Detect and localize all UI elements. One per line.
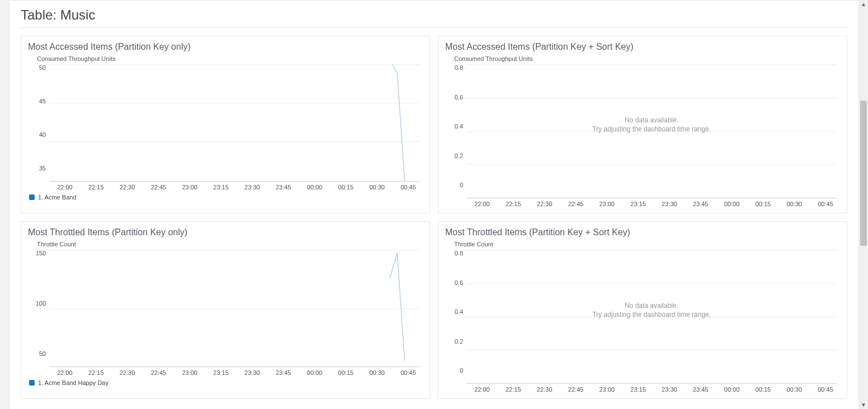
chart-ylabel: Consumed Throughput Units [454, 55, 841, 62]
chart-title: Most Throttled Items (Partition Key + So… [445, 227, 841, 237]
chart-most-throttled-pk: Most Throttled Items (Partition Key only… [21, 221, 430, 399]
legend-swatch-icon [29, 194, 35, 200]
chart-most-accessed-pk: Most Accessed Items (Partition Key only)… [21, 36, 430, 213]
vertical-scrollbar[interactable]: ▲ ▼ [859, 0, 868, 409]
chart-plot[interactable] [49, 64, 419, 182]
legend-swatch-icon [29, 380, 35, 386]
chart-legend: 1. Acme Band Happy Day [29, 379, 424, 386]
chart-most-accessed-pk-sk: Most Accessed Items (Partition Key + Sor… [438, 36, 847, 213]
no-data-message: No data available. Try adjusting the das… [466, 301, 837, 320]
chart-plot[interactable] [49, 250, 419, 367]
chart-plot[interactable]: No data available. Try adjusting the das… [466, 250, 837, 384]
x-axis-ticks: 22:0022:1522:30 22:4523:0023:15 23:3023:… [466, 386, 841, 393]
legend-label: 1. Acme Band [38, 194, 77, 201]
y-axis-ticks: 50 45 40 35 [27, 64, 49, 182]
y-axis-ticks: 0.8 0.6 0.4 0.2 0 [444, 250, 466, 384]
chart-plot[interactable]: No data available. Try adjusting the das… [466, 64, 837, 198]
scrollbar-thumb[interactable] [860, 101, 867, 246]
chart-title: Most Accessed Items (Partition Key + Sor… [445, 42, 841, 52]
scroll-down-icon[interactable]: ▼ [859, 402, 868, 408]
x-axis-ticks: 22:0022:1522:30 22:4523:0023:15 23:3023:… [49, 369, 424, 376]
page-title: Table: Music [21, 7, 847, 28]
chart-legend: 1. Acme Band [29, 194, 424, 201]
y-axis-ticks: 150 100 50 [27, 250, 49, 367]
chart-most-throttled-pk-sk: Most Throttled Items (Partition Key + So… [438, 221, 847, 399]
x-axis-ticks: 22:0022:1522:30 22:4523:0023:15 23:3023:… [49, 184, 424, 191]
legend-label: 1. Acme Band Happy Day [38, 379, 108, 386]
scroll-up-icon[interactable]: ▲ [859, 1, 868, 7]
chart-ylabel: Consumed Throughput Units [37, 55, 424, 62]
chart-ylabel: Throttle Count [37, 241, 424, 248]
chart-grid: Most Accessed Items (Partition Key only)… [21, 36, 847, 399]
chart-title: Most Accessed Items (Partition Key only) [28, 42, 424, 52]
chart-title: Most Throttled Items (Partition Key only… [28, 227, 424, 237]
chart-ylabel: Throttle Count [454, 241, 841, 248]
no-data-message: No data available. Try adjusting the das… [466, 115, 837, 134]
y-axis-ticks: 0.8 0.6 0.4 0.2 0 [444, 64, 466, 198]
x-axis-ticks: 22:0022:1522:30 22:4523:0023:15 23:3023:… [466, 201, 841, 207]
